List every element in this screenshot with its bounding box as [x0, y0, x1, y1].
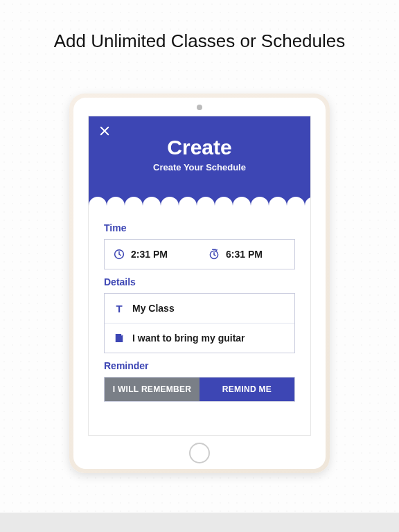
- reminder-segmented: I WILL REMEMBER REMIND ME: [104, 377, 295, 402]
- details-card: T My Class I want to bring my guitar: [104, 293, 295, 353]
- hero-scallops: [89, 193, 310, 206]
- page: Add Unlimited Classes or Schedules Creat…: [0, 0, 399, 532]
- tablet-inner: Create Create Your Schedule Time: [73, 98, 326, 469]
- clock-icon: [113, 248, 125, 260]
- close-icon: [98, 125, 111, 137]
- section-label-reminder: Reminder: [104, 360, 295, 371]
- class-title-value: My Class: [132, 303, 175, 314]
- note-icon: [113, 332, 125, 344]
- start-time-field[interactable]: 2:31 PM: [105, 240, 200, 269]
- reminder-option-on[interactable]: REMIND ME: [200, 378, 294, 401]
- close-button[interactable]: [98, 125, 111, 137]
- form-content: Time 2:31 PM 6:31 PM: [89, 206, 310, 435]
- class-note-value: I want to bring my guitar: [132, 332, 245, 344]
- tablet-frame: Create Create Your Schedule Time: [69, 94, 330, 473]
- section-label-details: Details: [104, 276, 295, 287]
- time-card: 2:31 PM 6:31 PM: [104, 239, 295, 269]
- app-screen: Create Create Your Schedule Time: [88, 116, 311, 436]
- end-time-field[interactable]: 6:31 PM: [200, 240, 294, 269]
- tablet-camera: [197, 105, 202, 110]
- footer-strip: [0, 513, 399, 532]
- text-icon: T: [113, 302, 125, 314]
- class-title-field[interactable]: T My Class: [105, 294, 294, 323]
- timer-icon: [208, 248, 220, 260]
- hero-subtitle: Create Your Schedule: [100, 162, 299, 172]
- section-label-time: Time: [104, 222, 295, 233]
- tablet-home-button: [189, 443, 210, 463]
- start-time-value: 2:31 PM: [131, 249, 168, 260]
- marketing-headline: Add Unlimited Classes or Schedules: [54, 30, 346, 52]
- reminder-option-off[interactable]: I WILL REMEMBER: [105, 378, 200, 401]
- end-time-value: 6:31 PM: [226, 249, 263, 260]
- hero-title: Create: [100, 136, 299, 159]
- class-note-field[interactable]: I want to bring my guitar: [105, 323, 294, 353]
- hero: Create Create Your Schedule: [89, 116, 310, 193]
